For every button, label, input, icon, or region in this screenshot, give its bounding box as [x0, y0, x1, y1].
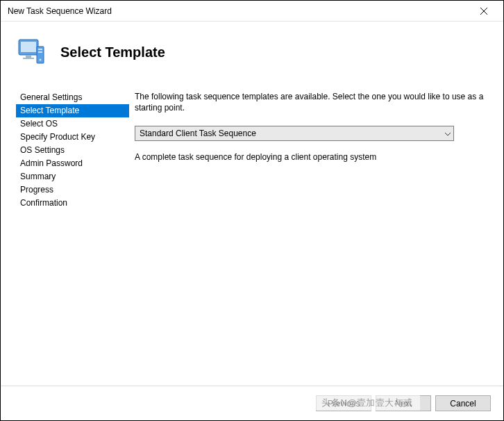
svg-point-9: [40, 59, 42, 61]
main-pane: The following task sequence templates ar…: [129, 84, 503, 386]
svg-rect-5: [23, 58, 34, 59]
wizard-icon: [13, 35, 47, 69]
template-dropdown[interactable]: Standard Client Task Sequence: [135, 126, 454, 141]
previous-button[interactable]: Previous: [316, 395, 371, 411]
sidebar-item-summary[interactable]: Summary: [16, 170, 129, 183]
template-dropdown-value: Standard Client Task Sequence: [140, 129, 256, 138]
close-icon: [480, 8, 487, 15]
wizard-steps-sidebar: General Settings Select Template Select …: [1, 84, 129, 386]
sidebar-item-os-settings[interactable]: OS Settings: [16, 144, 129, 157]
sidebar-item-general-settings[interactable]: General Settings: [16, 91, 129, 104]
cancel-button[interactable]: Cancel: [435, 395, 491, 411]
button-bar: 头条N@壹加壹大与贰 Previous Next Cancel: [1, 386, 503, 420]
svg-rect-7: [38, 49, 42, 50]
sidebar-item-select-template[interactable]: Select Template: [16, 104, 129, 117]
chevron-down-icon: [445, 129, 451, 138]
sidebar-item-admin-password[interactable]: Admin Password: [16, 157, 129, 170]
titlebar: New Task Sequence Wizard: [1, 1, 503, 22]
content-area: General Settings Select Template Select …: [1, 84, 503, 386]
sidebar-item-specify-product-key[interactable]: Specify Product Key: [16, 131, 129, 144]
sidebar-item-confirmation[interactable]: Confirmation: [16, 197, 129, 210]
sidebar-item-progress[interactable]: Progress: [16, 183, 129, 197]
wizard-header: Select Template: [1, 22, 503, 84]
template-description: A complete task sequence for deploying a…: [135, 152, 487, 162]
svg-rect-4: [26, 55, 31, 58]
sidebar-item-select-os[interactable]: Select OS: [16, 117, 129, 131]
svg-rect-3: [21, 42, 36, 52]
window-title: New Task Sequence Wizard: [8, 6, 470, 16]
close-button[interactable]: [470, 1, 498, 21]
page-title: Select Template: [60, 44, 165, 60]
instruction-text: The following task sequence templates ar…: [135, 91, 487, 113]
next-button[interactable]: Next: [376, 395, 431, 411]
svg-rect-8: [38, 51, 42, 53]
